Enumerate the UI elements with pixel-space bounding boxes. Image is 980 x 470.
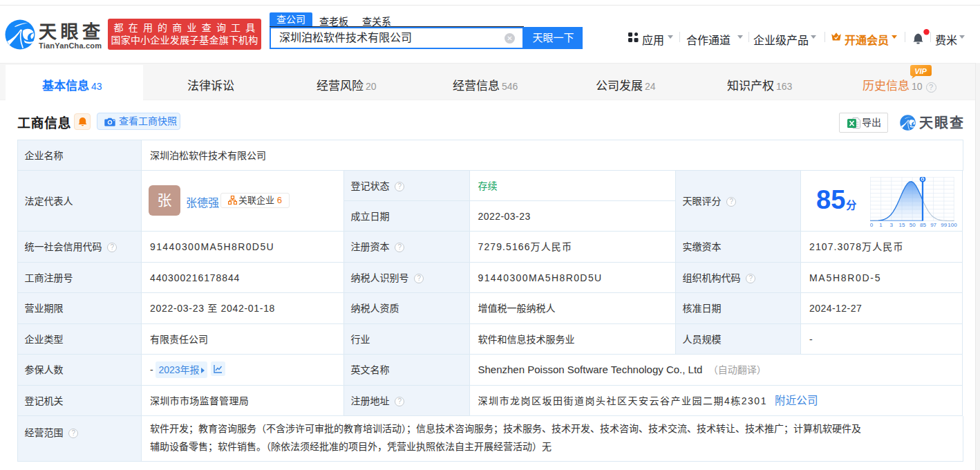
svg-text:0: 0 [870, 222, 874, 228]
svg-text:85: 85 [920, 222, 926, 228]
svg-text:50: 50 [910, 222, 916, 228]
svg-text:99: 99 [941, 222, 947, 228]
svg-text:1: 1 [879, 222, 883, 228]
svg-text:3: 3 [890, 222, 894, 228]
svg-text:VIP: VIP [914, 67, 927, 75]
svg-text:15: 15 [899, 222, 905, 228]
svg-text:97: 97 [930, 222, 936, 228]
svg-text:100: 100 [948, 222, 957, 228]
